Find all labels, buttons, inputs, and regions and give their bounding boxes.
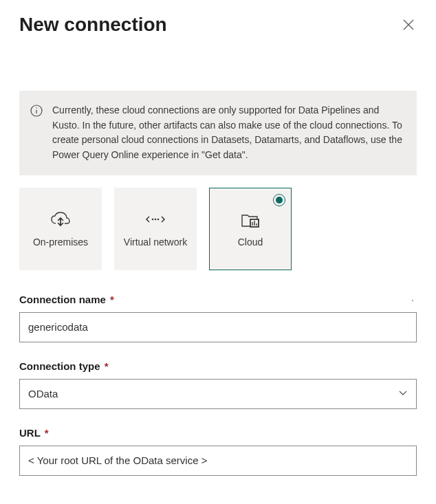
svg-point-6 xyxy=(155,218,157,220)
svg-point-4 xyxy=(36,107,36,108)
connection-type-group: Connection type * OData xyxy=(19,360,417,409)
tile-label: On-premises xyxy=(33,236,88,248)
connection-type-label: Connection type * xyxy=(19,360,417,372)
url-group: URL * xyxy=(19,427,417,476)
dialog-header: New connection xyxy=(19,14,417,36)
selected-indicator-icon xyxy=(273,194,285,206)
dot-indicator: · xyxy=(411,294,417,305)
chevron-down-icon xyxy=(398,388,408,399)
info-text: Currently, these cloud connections are o… xyxy=(52,103,403,163)
tile-virtual-network[interactable]: Virtual network xyxy=(114,188,197,270)
virtual-network-icon xyxy=(145,210,166,229)
dialog-title: New connection xyxy=(19,14,167,36)
info-icon xyxy=(30,105,43,117)
connection-name-input[interactable] xyxy=(19,312,417,342)
info-banner: Currently, these cloud connections are o… xyxy=(19,91,417,175)
tile-cloud[interactable]: Cloud xyxy=(209,188,292,270)
tile-label: Virtual network xyxy=(124,236,187,248)
connection-name-group: Connection name * · xyxy=(19,294,417,342)
url-label: URL * xyxy=(19,427,417,439)
svg-point-7 xyxy=(157,218,160,220)
connection-type-value: OData xyxy=(28,388,58,399)
svg-point-5 xyxy=(152,218,154,220)
tile-label: Cloud xyxy=(238,236,263,248)
close-button[interactable] xyxy=(400,17,417,33)
cloud-folder-icon xyxy=(240,210,261,229)
tile-on-premises[interactable]: On-premises xyxy=(19,188,102,270)
connection-location-tiles: On-premises Virtual network xyxy=(19,188,417,270)
connection-name-label: Connection name * xyxy=(19,294,114,305)
url-input[interactable] xyxy=(19,446,417,476)
close-icon xyxy=(402,19,415,31)
cloud-download-icon xyxy=(50,210,72,229)
connection-type-select[interactable]: OData xyxy=(19,379,417,409)
